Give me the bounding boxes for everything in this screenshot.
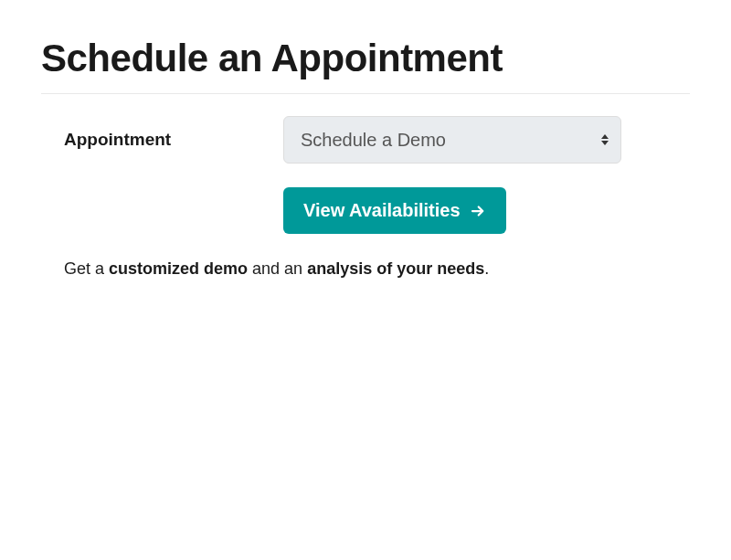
view-availabilities-button[interactable]: View Availabilities: [283, 187, 506, 234]
description-bold2: analysis of your needs: [307, 259, 484, 278]
description-text: Get a customized demo and an analysis of…: [41, 259, 690, 279]
appointment-label: Appointment: [64, 130, 283, 150]
appointment-select-wrapper: Schedule a Demo: [283, 116, 621, 164]
appointment-row: Appointment Schedule a Demo: [41, 116, 690, 164]
description-middle: and an: [248, 259, 307, 278]
page-title: Schedule an Appointment: [41, 37, 690, 94]
description-prefix: Get a: [64, 259, 109, 278]
button-row: View Availabilities: [41, 187, 690, 234]
appointment-select[interactable]: Schedule a Demo: [283, 116, 621, 164]
description-bold1: customized demo: [109, 259, 248, 278]
arrow-right-icon: [470, 203, 486, 219]
view-availabilities-label: View Availabilities: [303, 200, 461, 221]
description-suffix: .: [484, 259, 489, 278]
